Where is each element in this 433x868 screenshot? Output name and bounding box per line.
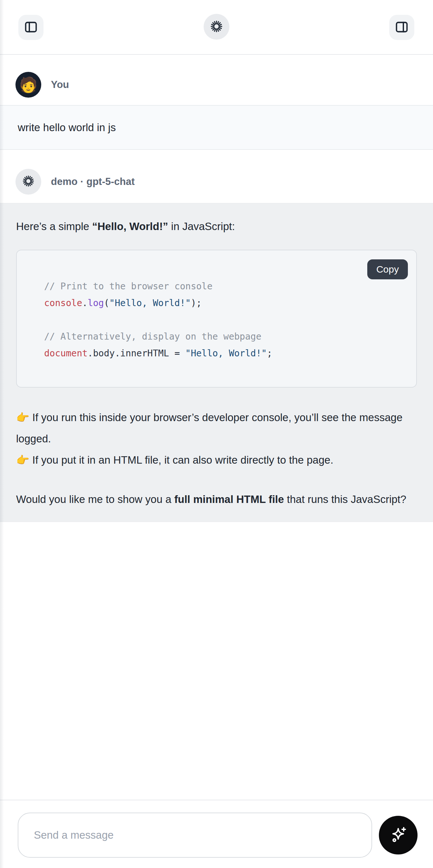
user-message-bubble: write hello world in js: [0, 105, 433, 150]
sidebar-left-toggle-icon: [24, 20, 38, 35]
model-button[interactable]: [204, 14, 229, 40]
header: [0, 0, 433, 55]
assistant-message-body: Here’s a simple “Hello, World!” in JavaS…: [0, 203, 433, 522]
send-button[interactable]: [379, 816, 417, 855]
sparkle-plus-icon: [388, 825, 408, 846]
composer-bar: [0, 800, 433, 868]
sidebar-right-toggle-button[interactable]: [389, 15, 414, 40]
assistant-sender-name: demo · gpt-5-chat: [51, 176, 135, 188]
sidebar-left-toggle-button[interactable]: [18, 15, 43, 40]
code-content: // Print to the browser consoleconsole.l…: [44, 278, 407, 362]
user-sender-row: 🧑 You: [16, 72, 433, 98]
model-starburst-icon: [209, 19, 224, 34]
user-message-text: write hello world in js: [18, 121, 116, 134]
copy-code-button[interactable]: Copy: [367, 259, 408, 279]
assistant-tips-paragraph: 👉 If you run this inside your browser’s …: [16, 407, 417, 471]
person-emoji-icon: 🧑: [19, 77, 37, 92]
user-sender-name: You: [51, 79, 69, 91]
assistant-starburst-icon: [22, 174, 35, 189]
sidebar-right-toggle-icon: [394, 20, 409, 35]
user-avatar: 🧑: [16, 72, 41, 98]
message-input[interactable]: [18, 813, 372, 858]
chat-page: 🧑 You write hello world in js demo · gpt…: [0, 0, 433, 868]
assistant-avatar: [16, 169, 41, 195]
code-block: Copy // Print to the browser consolecons…: [16, 250, 417, 388]
assistant-question-paragraph: Would you like me to show you a full min…: [16, 489, 417, 510]
assistant-intro-paragraph: Here’s a simple “Hello, World!” in JavaS…: [16, 218, 417, 235]
assistant-sender-row: demo · gpt-5-chat: [16, 169, 433, 195]
